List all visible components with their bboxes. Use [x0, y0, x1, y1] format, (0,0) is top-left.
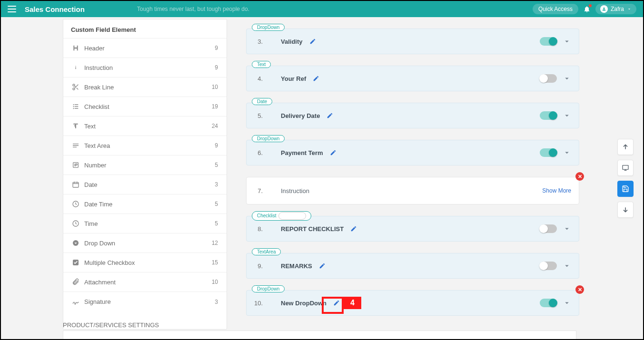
- field-type-tag: Text: [252, 61, 271, 68]
- expand-field-icon[interactable]: [563, 111, 571, 120]
- scroll-down-button[interactable]: [617, 202, 634, 218]
- edit-field-icon[interactable]: [327, 112, 333, 119]
- element-count: 10: [212, 279, 218, 285]
- field-name: Instruction: [281, 187, 309, 194]
- field-card[interactable]: 9.REMARKS: [246, 253, 579, 279]
- element-count: 3: [215, 299, 218, 305]
- quick-access-button[interactable]: Quick Access: [533, 4, 578, 14]
- element-drop-down[interactable]: Drop Down12: [63, 233, 227, 253]
- preview-button[interactable]: [617, 160, 634, 176]
- element-break-line[interactable]: Break Line10: [63, 78, 227, 97]
- edit-field-icon[interactable]: [350, 225, 357, 232]
- field-name: REPORT CHECKLIST: [281, 225, 344, 233]
- svg-rect-8: [623, 165, 628, 169]
- field-toggle[interactable]: [540, 262, 557, 270]
- element-signature[interactable]: Signature3: [63, 292, 227, 311]
- edit-field-icon[interactable]: [309, 38, 316, 45]
- expand-field-icon[interactable]: [563, 74, 571, 83]
- element-label: Multiple Checkbox: [84, 259, 212, 266]
- element-time[interactable]: Time5: [63, 214, 227, 233]
- edit-field-icon[interactable]: [330, 149, 337, 156]
- edit-field-icon[interactable]: [319, 262, 326, 269]
- field-type-tag: TextArea: [252, 248, 281, 255]
- expand-field-icon[interactable]: [563, 37, 571, 46]
- element-header[interactable]: Header9: [63, 39, 227, 58]
- field-number: 4.: [250, 75, 267, 82]
- element-instruction[interactable]: Instruction9: [63, 58, 227, 78]
- field-card[interactable]: 7.InstructionShow More: [246, 177, 579, 204]
- element-label: Text: [84, 123, 212, 130]
- expand-field-icon[interactable]: [563, 299, 571, 307]
- field-toggle[interactable]: [540, 224, 557, 233]
- expand-field-icon[interactable]: [563, 262, 571, 270]
- element-label: Drop Down: [84, 240, 212, 247]
- edit-field-icon[interactable]: [313, 75, 319, 82]
- field-type-tag: DropDown: [252, 135, 285, 142]
- element-checklist[interactable]: Checklist19: [63, 97, 227, 117]
- custom-field-element-panel: Custom Field Element Header9Instruction9…: [63, 19, 227, 330]
- element-count: 9: [215, 64, 218, 71]
- expand-field-icon[interactable]: [563, 148, 571, 157]
- element-date[interactable]: Date3: [63, 175, 227, 194]
- tagline-text: Tough times never last, but tough people…: [137, 6, 249, 12]
- show-more-link[interactable]: Show More: [542, 187, 571, 194]
- element-number[interactable]: Number5: [63, 155, 227, 175]
- element-label: Header: [84, 45, 215, 52]
- element-label: Time: [84, 220, 215, 227]
- field-toggle[interactable]: [540, 74, 557, 83]
- element-multiple-checkbox[interactable]: Multiple Checkbox15: [63, 253, 227, 272]
- field-row-payment-term: DropDown6.Payment Term: [246, 140, 579, 165]
- element-label: Signature: [84, 298, 215, 305]
- scroll-up-button[interactable]: [617, 139, 634, 155]
- field-number: 10.: [250, 300, 267, 307]
- signature-icon: [72, 298, 84, 306]
- element-text[interactable]: Text24: [63, 117, 227, 136]
- field-card[interactable]: 6.Payment Term: [246, 140, 579, 165]
- user-menu[interactable]: Zafra: [595, 4, 636, 14]
- notification-bell-icon[interactable]: [583, 5, 591, 13]
- element-attachment[interactable]: Attachment10: [63, 272, 227, 292]
- field-row-remarks: TextArea9.REMARKS: [246, 253, 579, 279]
- field-type-tag: Checklist: [252, 211, 311, 221]
- brand-title: Sales Connection: [25, 5, 85, 13]
- svg-point-1: [73, 88, 75, 90]
- field-toggle[interactable]: [540, 111, 557, 120]
- element-count: 3: [215, 181, 218, 188]
- field-number: 7.: [250, 187, 267, 194]
- field-toggle[interactable]: [540, 37, 557, 46]
- expand-field-icon[interactable]: [563, 224, 571, 233]
- element-count: 19: [212, 103, 218, 110]
- element-count: 15: [212, 259, 218, 266]
- field-card[interactable]: 10.New DropDown4: [246, 290, 579, 316]
- field-row-instruction: ✕7.InstructionShow More: [246, 177, 579, 204]
- element-label: Date: [84, 181, 215, 188]
- section-heading: PRODUCT/SERVICES SETTINGS: [63, 321, 159, 329]
- element-count: 24: [212, 123, 218, 129]
- element-text-area[interactable]: Text Area9: [63, 136, 227, 155]
- remove-field-button[interactable]: ✕: [575, 285, 584, 294]
- attachment-icon: [72, 278, 84, 286]
- clock-icon: [72, 220, 84, 227]
- remove-field-button[interactable]: ✕: [575, 172, 584, 181]
- avatar-icon: [600, 5, 608, 13]
- field-type-tag: DropDown: [252, 24, 285, 31]
- field-card[interactable]: 4.Your Ref: [246, 66, 579, 91]
- element-label: Text Area: [84, 142, 215, 149]
- field-toggle[interactable]: [540, 148, 557, 157]
- save-button[interactable]: [617, 181, 634, 197]
- field-card[interactable]: 5.Delivery Date: [246, 103, 579, 128]
- number-icon: [72, 161, 84, 169]
- field-name: New DropDown: [281, 300, 327, 307]
- element-label: Instruction: [84, 64, 215, 71]
- field-number: 3.: [250, 38, 267, 45]
- field-name: Delivery Date: [281, 112, 320, 119]
- form-fields-panel: DropDown3.ValidityText4.Your RefDate5.De…: [246, 19, 579, 330]
- field-toggle[interactable]: [540, 299, 557, 307]
- element-label: Break Line: [84, 84, 212, 91]
- element-label: Number: [84, 162, 215, 169]
- field-card[interactable]: 3.Validity: [246, 29, 579, 54]
- workspace: Custom Field Element Header9Instruction9…: [1, 17, 643, 339]
- menu-icon[interactable]: [8, 6, 16, 12]
- element-date-time[interactable]: Date Time5: [63, 194, 227, 214]
- field-row-report-checklist: Checklist8.REPORT CHECKLIST: [246, 216, 579, 242]
